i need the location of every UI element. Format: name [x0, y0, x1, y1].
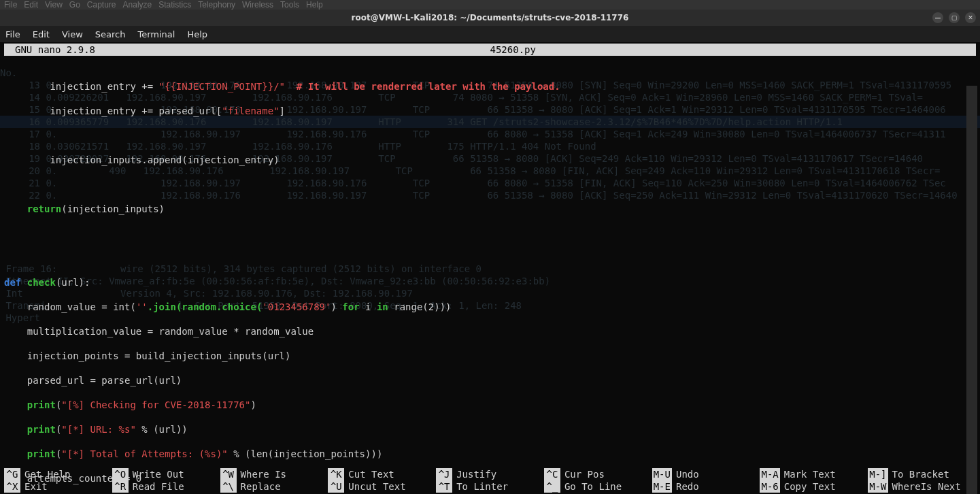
- terminal-body[interactable]: GNU nano 2.9.8 45260.py No. 13 0. 192.16…: [0, 42, 980, 494]
- shortcut-go-to-line[interactable]: ^_Go To Line: [544, 480, 652, 493]
- menu-terminal[interactable]: Terminal: [137, 29, 175, 39]
- shortcut-exit[interactable]: ^XExit: [4, 480, 112, 493]
- shortcut-copy-text[interactable]: M-6Copy Text: [760, 480, 868, 493]
- shortcut-mark-text[interactable]: M-AMark Text: [760, 468, 868, 480]
- terminal-menubar: File Edit View Search Terminal Help: [0, 26, 980, 42]
- shortcut-justify[interactable]: ^JJustify: [436, 468, 544, 480]
- shortcut-write-out[interactable]: ^OWrite Out: [112, 468, 220, 480]
- shortcut-read-file[interactable]: ^RRead File: [112, 480, 220, 493]
- shortcut-where-is[interactable]: ^WWhere Is: [220, 468, 328, 480]
- titlebar[interactable]: root@VMW-L-Kali2018: ~/Documents/struts-…: [0, 10, 980, 26]
- menu-file[interactable]: File: [5, 29, 20, 39]
- nano-footer: ^GGet Help^OWrite Out^WWhere Is^KCut Tex…: [4, 468, 976, 493]
- minimize-icon[interactable]: —: [932, 12, 943, 23]
- shortcut-undo[interactable]: M-UUndo: [652, 468, 760, 480]
- shortcut-uncut-text[interactable]: ^UUncut Text: [328, 480, 436, 493]
- shortcut-whereis-next[interactable]: M-WWhereIs Next: [868, 480, 976, 493]
- terminal-window: root@VMW-L-Kali2018: ~/Documents/struts-…: [0, 10, 980, 494]
- maximize-icon[interactable]: ▢: [949, 12, 960, 23]
- menu-view[interactable]: View: [62, 29, 83, 39]
- shortcut-to-linter[interactable]: ^TTo Linter: [436, 480, 544, 493]
- menu-edit[interactable]: Edit: [33, 29, 50, 39]
- shortcut-to-bracket[interactable]: M-]To Bracket: [868, 468, 976, 480]
- editor-content[interactable]: injection_entry += "{{INJECTION_POINT}}/…: [4, 56, 976, 494]
- scrollbar[interactable]: [966, 86, 977, 494]
- shortcut-cut-text[interactable]: ^KCut Text: [328, 468, 436, 480]
- menu-search[interactable]: Search: [95, 29, 126, 39]
- shortcut-cur-pos[interactable]: ^CCur Pos: [544, 468, 652, 480]
- menu-help[interactable]: Help: [187, 29, 207, 39]
- shortcut-get-help[interactable]: ^GGet Help: [4, 468, 112, 480]
- shortcut-redo[interactable]: M-ERedo: [652, 480, 760, 493]
- window-title: root@VMW-L-Kali2018: ~/Documents/struts-…: [352, 13, 629, 22]
- os-menubar: FileEditViewGoCaptureAnalyzeStatisticsTe…: [0, 0, 980, 10]
- close-icon[interactable]: ✕: [965, 12, 976, 23]
- shortcut-replace[interactable]: ^\Replace: [220, 480, 328, 493]
